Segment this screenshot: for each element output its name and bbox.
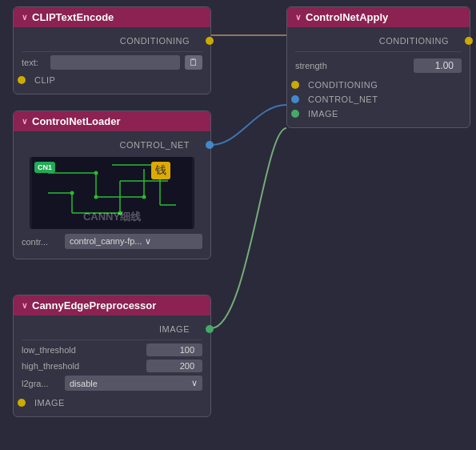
image-output-label: IMAGE xyxy=(159,324,190,334)
l2-select[interactable]: disable ∨ xyxy=(65,376,202,391)
high-threshold-row: high_threshold 200 xyxy=(22,360,202,372)
model-select-row: contr... control_canny-fp... ∨ xyxy=(22,234,202,249)
collapse-arrow-icon-2[interactable]: ∨ xyxy=(295,13,301,22)
conditioning-output-dot[interactable] xyxy=(206,37,214,45)
clip-text-encode-node: ∨ CLIPTextEncode CONDITIONING text: 🗒 cl… xyxy=(13,6,211,94)
svg-point-13 xyxy=(94,171,98,175)
clip-label: clip xyxy=(34,75,55,85)
l2-select-row: l2gra... disable ∨ xyxy=(22,376,202,391)
conditioning-output-port-row: CONDITIONING xyxy=(22,34,202,48)
text-field-row: text: 🗒 xyxy=(22,55,202,70)
canny-image-input-dot[interactable] xyxy=(18,399,26,407)
file-icon[interactable]: 🗒 xyxy=(185,55,202,70)
conditioning-input-label: conditioning xyxy=(308,80,378,90)
canny-edge-preprocessor-node: ∨ CannyEdgePreprocessor IMAGE low_thresh… xyxy=(13,295,211,417)
low-threshold-row: low_threshold 100 xyxy=(22,344,202,356)
image-output-dot[interactable] xyxy=(206,325,214,333)
l2-value: disable xyxy=(70,379,98,388)
model-preview: CN1 钱 CANNY细线 xyxy=(30,157,194,229)
l2-chevron-icon: ∨ xyxy=(191,378,198,388)
strength-label: strength xyxy=(295,61,327,70)
text-input[interactable] xyxy=(50,55,180,70)
cn-badge: CN1 xyxy=(34,162,55,173)
control-net-input-label: control_net xyxy=(308,94,378,104)
collapse-arrow-icon[interactable]: ∨ xyxy=(22,13,27,22)
strength-value[interactable]: 1.00 xyxy=(414,58,462,73)
control-net-output-port-row: CONTROL_NET xyxy=(22,138,202,152)
collapse-arrow-icon-4[interactable]: ∨ xyxy=(22,301,27,310)
conditioning-output-label: CONDITIONING xyxy=(120,36,190,46)
controlnet-loader-header: ∨ ControlNetLoader xyxy=(14,111,210,131)
controlnet-apply-node: ∨ ControlNetApply CONDITIONING strength … xyxy=(286,6,470,128)
control-net-output-dot[interactable] xyxy=(206,141,214,149)
image-input-port-row: image xyxy=(295,106,462,121)
svg-point-16 xyxy=(118,211,122,215)
controlnet-conditioning-output-dot[interactable] xyxy=(465,37,473,45)
canny-image-label: image xyxy=(34,398,65,408)
select-label: contr... xyxy=(22,237,62,247)
canny-title: CannyEdgePreprocessor xyxy=(32,299,156,311)
control-net-input-port-row: control_net xyxy=(295,92,462,106)
money-badge: 钱 xyxy=(151,162,170,179)
clip-input-dot[interactable] xyxy=(18,76,26,84)
conditioning-input-dot[interactable] xyxy=(291,81,299,89)
clip-text-encode-title: CLIPTextEncode xyxy=(32,11,114,23)
conditioning-input-port-row: conditioning xyxy=(295,78,462,92)
controlnet-conditioning-output-label: CONDITIONING xyxy=(379,36,449,46)
low-threshold-label: low_threshold xyxy=(22,345,86,355)
control-net-input-dot[interactable] xyxy=(291,95,299,103)
model-select[interactable]: control_canny-fp... ∨ xyxy=(65,234,202,249)
select-value: control_canny-fp... ∨ xyxy=(70,236,151,247)
controlnet-apply-title: ControlNetApply xyxy=(306,11,388,23)
text-field-label: text: xyxy=(22,58,46,67)
controlnet-loader-node: ∨ ControlNetLoader CONTROL_NET xyxy=(13,110,211,259)
controlnet-conditioning-output-row: CONDITIONING xyxy=(295,34,462,48)
high-threshold-value[interactable]: 200 xyxy=(146,360,202,372)
svg-point-14 xyxy=(94,195,98,199)
clip-input-port-row: clip xyxy=(22,73,202,87)
canny-header: ∨ CannyEdgePreprocessor xyxy=(14,295,210,315)
clip-text-encode-header: ∨ CLIPTextEncode xyxy=(14,7,210,27)
collapse-arrow-icon-3[interactable]: ∨ xyxy=(22,117,27,126)
controlnet-loader-title: ControlNetLoader xyxy=(32,115,121,127)
high-threshold-label: high_threshold xyxy=(22,361,86,371)
controlnet-apply-header: ∨ ControlNetApply xyxy=(287,7,470,27)
svg-point-15 xyxy=(70,191,74,195)
low-threshold-value[interactable]: 100 xyxy=(146,344,202,356)
image-input-label: image xyxy=(308,109,338,119)
control-net-output-label: CONTROL_NET xyxy=(120,140,190,150)
l2-label: l2gra... xyxy=(22,379,62,388)
svg-point-17 xyxy=(142,195,146,199)
image-input-dot[interactable] xyxy=(291,110,299,118)
strength-row: strength 1.00 xyxy=(295,55,462,76)
image-output-port-row: IMAGE xyxy=(22,322,202,336)
canny-image-input-row: image xyxy=(22,394,202,410)
